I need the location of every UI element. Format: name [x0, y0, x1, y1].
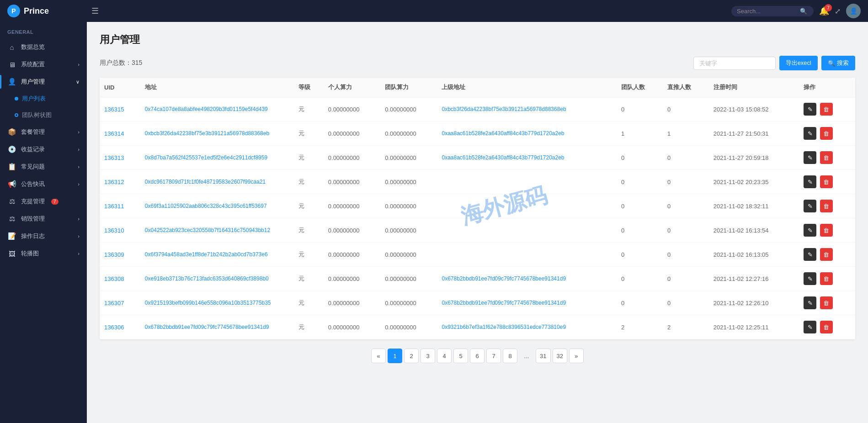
cell-direct: 0	[663, 243, 709, 267]
arrow-icon-log: ›	[78, 233, 80, 239]
total-count: 用户总数：315	[100, 59, 142, 67]
page-title: 用户管理	[100, 33, 855, 47]
logo: P Prince	[7, 5, 80, 17]
edit-button[interactable]: ✎	[804, 175, 816, 188]
cell-regtime: 2021-11-02 12:25:11	[709, 315, 799, 339]
sidebar-label-oplog: 操作日志	[21, 232, 45, 240]
cell-personal: 0.00000000	[324, 146, 380, 170]
total-value: 315	[132, 59, 142, 66]
export-button[interactable]: 导出execl	[779, 56, 818, 70]
edit-button[interactable]: ✎	[804, 127, 816, 140]
sidebar-item-destroy[interactable]: ⚖ 销毁管理 ›	[0, 210, 87, 227]
cell-regtime: 2022-11-03 15:08:52	[709, 97, 799, 122]
cell-addr: 0x6f3794a458ad3e1ff8de71b242b2ab0cd7b373…	[140, 243, 294, 267]
delete-button[interactable]: 🗑	[820, 321, 833, 333]
search-input[interactable]	[737, 8, 796, 15]
delete-button[interactable]: 🗑	[820, 224, 833, 237]
bell-badge: 7	[825, 4, 832, 11]
cell-addr: 0x69f3a11025902aab806c328c43c395c61ff536…	[140, 194, 294, 218]
edit-button[interactable]: ✎	[804, 103, 816, 116]
search-icon[interactable]: 🔍	[800, 8, 807, 15]
sidebar-item-dashboard[interactable]: ⌂ 数据总览	[0, 38, 87, 56]
delete-button[interactable]: 🗑	[820, 200, 833, 212]
cell-parent	[437, 218, 617, 243]
page-number-button[interactable]: 4	[437, 349, 452, 363]
sidebar-item-announcement[interactable]: 📢 公告快讯 ›	[0, 175, 87, 193]
cell-level: 元	[294, 97, 323, 122]
page-prev-button[interactable]: «	[371, 349, 386, 363]
dot-icon	[15, 97, 18, 100]
recharge-badge: 7	[51, 199, 59, 205]
search-button[interactable]: 🔍 搜索	[821, 56, 855, 70]
sidebar-label-packages: 套餐管理	[21, 128, 45, 136]
col-level: 等级	[294, 78, 323, 97]
arrow-icon-earn: ›	[78, 147, 80, 152]
cell-level: 元	[294, 170, 323, 194]
toolbar-right: 导出execl 🔍 搜索	[693, 56, 855, 70]
expand-button[interactable]: ⤢	[835, 7, 841, 16]
edit-button[interactable]: ✎	[804, 272, 816, 285]
avatar[interactable]: 👤	[846, 4, 861, 18]
edit-button[interactable]: ✎	[804, 224, 816, 237]
sidebar-item-earnings[interactable]: 💿 收益记录 ›	[0, 141, 87, 158]
delete-button[interactable]: 🗑	[820, 296, 833, 309]
cell-action: ✎ 🗑	[799, 146, 855, 170]
sidebar-item-packages[interactable]: 📦 套餐管理 ›	[0, 123, 87, 141]
cell-team: 0.00000000	[380, 194, 437, 218]
cell-personal: 0.00000000	[324, 194, 380, 218]
keyword-input[interactable]	[693, 57, 776, 70]
cell-team-count: 0	[617, 170, 663, 194]
sidebar-item-oplog[interactable]: 📝 操作日志 ›	[0, 227, 87, 245]
page-number-button[interactable]: 1	[388, 349, 402, 363]
delete-button[interactable]: 🗑	[820, 127, 833, 140]
page-number-button[interactable]: 8	[503, 349, 517, 363]
page-number-button[interactable]: 6	[470, 349, 485, 363]
page-number-button: ...	[519, 349, 534, 363]
cell-regtime: 2021-11-27 20:59:18	[709, 146, 799, 170]
sidebar-item-usermgmt[interactable]: 👤 用户管理 ∨	[0, 73, 87, 90]
table-row: 136314 0xbcb3f26da42238bf75e3b39121a5697…	[100, 122, 855, 146]
sidebar-label-usermgmt: 用户管理	[21, 78, 45, 86]
col-action: 操作	[799, 78, 855, 97]
sidebar-sub-item-teamtree[interactable]: 团队树状图	[15, 107, 87, 123]
cell-personal: 0.00000000	[324, 122, 380, 146]
page-number-button[interactable]: 5	[453, 349, 468, 363]
cell-personal: 0.00000000	[324, 97, 380, 122]
delete-button[interactable]: 🗑	[820, 272, 833, 285]
cell-direct: 0	[663, 194, 709, 218]
page-number-button[interactable]: 32	[553, 349, 567, 363]
page-number-button[interactable]: 7	[486, 349, 501, 363]
cell-team-count: 1	[617, 122, 663, 146]
page-number-button[interactable]: 31	[536, 349, 550, 363]
cell-parent: 0x9321b6b7ef3a1f62e788c8396531edce773810…	[437, 315, 617, 339]
delete-button[interactable]: 🗑	[820, 175, 833, 188]
cell-regtime: 2021-11-02 20:23:35	[709, 170, 799, 194]
edit-button[interactable]: ✎	[804, 248, 816, 261]
edit-button[interactable]: ✎	[804, 321, 816, 333]
sidebar-item-sysconfig[interactable]: 🖥 系统配置 ›	[0, 56, 87, 73]
delete-button[interactable]: 🗑	[820, 103, 833, 116]
delete-button[interactable]: 🗑	[820, 151, 833, 164]
sidebar-label-announcement: 公告快讯	[21, 180, 45, 188]
delete-button[interactable]: 🗑	[820, 248, 833, 261]
sidebar-label-dashboard: 数据总览	[21, 43, 45, 51]
page-next-button[interactable]: »	[569, 349, 584, 363]
page-number-button[interactable]: 2	[404, 349, 419, 363]
sidebar-item-recharge[interactable]: ⚖ 充提管理 7	[0, 193, 87, 210]
bell-button[interactable]: 🔔 7	[819, 6, 829, 16]
sidebar-item-faq[interactable]: 📋 常见问题 ›	[0, 158, 87, 175]
edit-button[interactable]: ✎	[804, 151, 816, 164]
cell-addr: 0xdc9617809d71fc1f0fe48719583e2607f99caa…	[140, 170, 294, 194]
sidebar: GENERAL ⌂ 数据总览 🖥 系统配置 › 👤 用户管理 ∨ 用户列表 团队…	[0, 22, 87, 423]
sidebar-label-faq: 常见问题	[21, 163, 45, 171]
cell-addr: 0x678b2bbdb91ee7fd09c79fc7745678bee91341…	[140, 315, 294, 339]
cell-level: 元	[294, 291, 323, 315]
edit-button[interactable]: ✎	[804, 200, 816, 212]
hamburger-button[interactable]: ☰	[88, 4, 102, 18]
page-number-button[interactable]: 3	[421, 349, 435, 363]
sidebar-sub-item-userlist[interactable]: 用户列表	[15, 90, 87, 107]
edit-button[interactable]: ✎	[804, 296, 816, 309]
sidebar-item-carousel[interactable]: 🖼 轮播图 ›	[0, 245, 87, 262]
table-row: 136307 0x9215193befb099b146e558c096a10b3…	[100, 291, 855, 315]
cell-team-count: 0	[617, 194, 663, 218]
